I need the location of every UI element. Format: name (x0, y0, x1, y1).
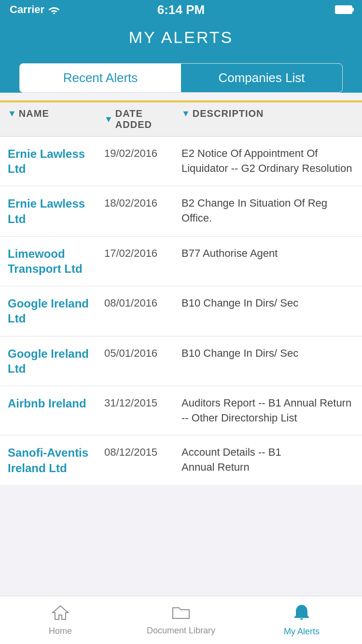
bell-icon (293, 604, 310, 624)
status-bar: Carrier 6:14 PM (0, 0, 362, 19)
status-time: 6:14 PM (157, 2, 205, 17)
wifi-icon (48, 5, 60, 14)
table-row[interactable]: Google Ireland Ltd 08/01/2016 B10 Change… (0, 286, 362, 336)
row-description: B2 Change In Situation Of Reg Office. (181, 196, 354, 226)
nav-home-label: Home (49, 626, 72, 636)
row-date: 19/02/2016 (104, 146, 181, 160)
row-date: 31/12/2015 (104, 396, 181, 409)
nav-alerts-label: My Alerts (284, 627, 320, 637)
row-date: 08/12/2015 (104, 445, 181, 459)
nav-library-label: Document Library (147, 626, 215, 636)
col-header-desc[interactable]: ▼ DESCRIPTION (181, 108, 354, 119)
home-icon (51, 604, 70, 623)
row-date: 05/01/2016 (104, 346, 181, 360)
row-date: 18/02/2016 (104, 196, 181, 210)
row-company-name: Google Ireland Ltd (8, 296, 104, 326)
row-company-name: Sanofi-Aventis Ireland Ltd (8, 445, 104, 475)
table-row[interactable]: Ernie Lawless Ltd 19/02/2016 E2 Notice O… (0, 137, 362, 186)
row-description: E2 Notice Of Appointment Of Liquidator -… (181, 146, 354, 176)
row-date: 08/01/2016 (104, 296, 181, 309)
row-date: 17/02/2016 (104, 246, 181, 260)
row-description: B10 Change In Dirs/ Sec (181, 346, 354, 361)
row-company-name: Limewood Transport Ltd (8, 246, 104, 276)
row-company-name: Ernie Lawless Ltd (8, 146, 104, 176)
sort-arrow-desc: ▼ (181, 109, 191, 119)
table-row[interactable]: Google Ireland Ltd 05/01/2016 B10 Change… (0, 336, 362, 386)
sort-arrow-name: ▼ (8, 109, 17, 119)
row-description: Auditors Report -- B1 Annual Return -- O… (181, 396, 354, 426)
bottom-navigation: Home Document Library My Alerts (0, 596, 362, 644)
col-header-name[interactable]: ▼ NAME (8, 108, 104, 119)
table-row[interactable]: Limewood Transport Ltd 17/02/2016 B77 Au… (0, 237, 362, 286)
tab-companies-list[interactable]: Companies List (181, 64, 342, 92)
svg-point-1 (301, 605, 303, 607)
row-company-name: Ernie Lawless Ltd (8, 196, 104, 226)
row-company-name: Airbnb Ireland (8, 396, 104, 411)
table-row[interactable]: Ernie Lawless Ltd 18/02/2016 B2 Change I… (0, 186, 362, 236)
status-carrier: Carrier (10, 3, 60, 16)
tab-recent-alerts[interactable]: Recent Alerts (20, 64, 181, 92)
col-header-date[interactable]: ▼ DATE ADDED (104, 108, 181, 130)
row-company-name: Google Ireland Ltd (8, 346, 104, 376)
nav-my-alerts[interactable]: My Alerts (241, 596, 362, 644)
row-description: B10 Change In Dirs/ Sec (181, 296, 354, 311)
page-title: MY ALERTS (0, 28, 362, 47)
table-row[interactable]: Airbnb Ireland 31/12/2015 Auditors Repor… (0, 386, 362, 436)
nav-document-library[interactable]: Document Library (121, 596, 241, 644)
nav-home[interactable]: Home (0, 596, 121, 644)
table-header: ▼ NAME ▼ DATE ADDED ▼ DESCRIPTION (0, 102, 362, 137)
page-header: MY ALERTS (0, 19, 362, 57)
table-body: Ernie Lawless Ltd 19/02/2016 E2 Notice O… (0, 137, 362, 485)
svg-point-0 (53, 13, 55, 14)
folder-icon (172, 605, 190, 623)
row-description: Account Details -- B1Annual Return (181, 445, 354, 475)
sort-arrow-date: ▼ (104, 114, 113, 125)
row-description: B77 Authorise Agent (181, 246, 354, 261)
tab-bar: Recent Alerts Companies List (19, 63, 343, 93)
status-battery-area (335, 5, 352, 14)
table-row[interactable]: Sanofi-Aventis Ireland Ltd 08/12/2015 Ac… (0, 435, 362, 485)
battery-icon (335, 5, 352, 14)
